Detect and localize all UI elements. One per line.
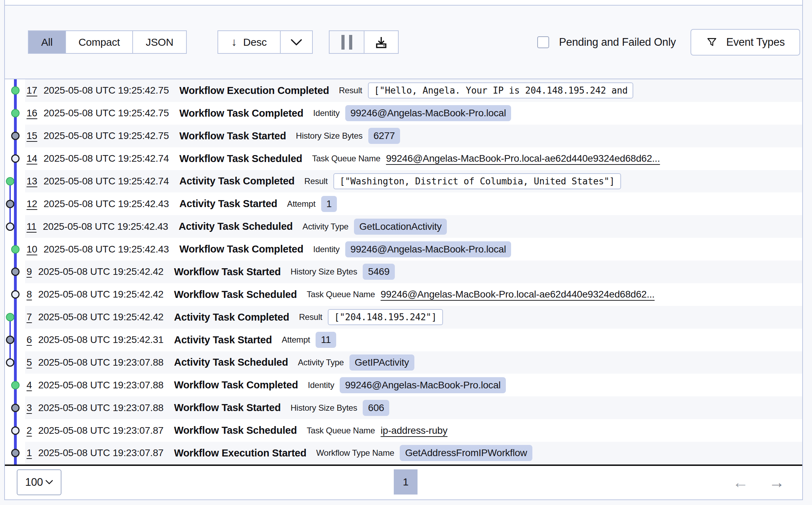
event-row[interactable]: 14 2025-05-08 UTC 19:25:42.74 Workflow T…: [5, 147, 802, 170]
event-type-name: Activity Task Scheduled: [174, 357, 288, 368]
event-status-dot: [11, 426, 20, 435]
event-task-queue-link[interactable]: 99246@Angelas-MacBook-Pro.local-ae62d440…: [386, 153, 660, 164]
event-row[interactable]: 2 2025-05-08 UTC 19:23:07.87 Workflow Ta…: [5, 419, 802, 442]
event-row-body: 14 2025-05-08 UTC 19:25:42.74 Workflow T…: [25, 147, 802, 170]
event-status-dot: [6, 358, 14, 367]
event-id-link[interactable]: 7: [27, 312, 32, 323]
event-timestamp: 2025-05-08 UTC 19:23:07.88: [38, 380, 163, 391]
event-result-codebox: ["Washington, District of Columbia, Unit…: [333, 173, 621, 189]
event-task-queue-link[interactable]: ip-address-ruby: [381, 425, 448, 436]
event-row[interactable]: 17 2025-05-08 UTC 19:25:42.75 Workflow E…: [5, 79, 802, 102]
event-type-name: Workflow Task Scheduled: [179, 153, 302, 164]
event-row[interactable]: 15 2025-05-08 UTC 19:25:42.75 Workflow T…: [5, 125, 802, 147]
event-attribute-badge: GetLocationActivity: [354, 219, 447, 235]
event-row[interactable]: 9 2025-05-08 UTC 19:25:42.42 Workflow Ta…: [5, 261, 802, 283]
event-row[interactable]: 11 2025-05-08 UTC 19:25:42.43 Activity T…: [5, 215, 802, 238]
sort-order-label: Desc: [243, 36, 267, 48]
event-row[interactable]: 13 2025-05-08 UTC 19:25:42.74 Activity T…: [5, 170, 802, 193]
event-row[interactable]: 3 2025-05-08 UTC 19:23:07.88 Workflow Ta…: [5, 396, 802, 419]
event-task-queue-link[interactable]: 99246@Angelas-MacBook-Pro.local-ae62d440…: [381, 289, 655, 300]
tab-all[interactable]: All: [29, 31, 65, 53]
event-row-body: 4 2025-05-08 UTC 19:23:07.88 Workflow Ta…: [25, 374, 802, 396]
event-type-name: Workflow Task Scheduled: [174, 289, 297, 300]
event-id-link[interactable]: 4: [27, 380, 32, 391]
tab-json[interactable]: JSON: [132, 31, 186, 53]
sort-order-button[interactable]: ↓ Desc: [218, 31, 280, 53]
event-id-link[interactable]: 1: [27, 447, 32, 459]
event-timestamp: 2025-05-08 UTC 19:25:42.74: [44, 153, 169, 164]
event-status-dot: [6, 222, 14, 231]
event-status-dot: [6, 200, 14, 208]
event-status-dot: [6, 177, 14, 185]
sort-order-dropdown-button[interactable]: [280, 31, 312, 53]
event-attribute-label: Task Queue Name: [312, 154, 381, 163]
event-attribute-label: Attempt: [282, 335, 310, 345]
event-id-link[interactable]: 15: [27, 130, 37, 141]
event-timestamp: 2025-05-08 UTC 19:23:07.87: [38, 447, 163, 459]
event-id-link[interactable]: 6: [27, 334, 32, 345]
event-id-link[interactable]: 16: [27, 108, 37, 119]
event-row-body: 3 2025-05-08 UTC 19:23:07.88 Workflow Ta…: [25, 396, 802, 419]
event-status-dot: [11, 449, 20, 457]
event-id-link[interactable]: 10: [27, 244, 37, 255]
arrow-down-icon: ↓: [231, 36, 237, 49]
event-row[interactable]: 10 2025-05-08 UTC 19:25:42.43 Workflow T…: [5, 238, 802, 261]
event-id-link[interactable]: 17: [27, 85, 37, 96]
event-type-name: Workflow Task Completed: [179, 243, 303, 255]
event-status-dot: [11, 132, 20, 140]
event-type-name: Activity Task Started: [179, 198, 278, 210]
event-attribute-label: Activity Type: [298, 358, 344, 367]
previous-page-arrow-icon[interactable]: ←: [732, 474, 748, 490]
event-status-dot: [11, 245, 20, 254]
event-history-toolbar: All Compact JSON ↓ Desc: [5, 5, 802, 79]
event-row[interactable]: 5 2025-05-08 UTC 19:23:07.88 Activity Ta…: [5, 351, 802, 374]
page-size-select[interactable]: 100: [17, 469, 61, 495]
event-row-body: 12 2025-05-08 UTC 19:25:42.43 Activity T…: [25, 192, 802, 215]
event-attribute-label: Task Queue Name: [307, 426, 375, 436]
event-row[interactable]: 7 2025-05-08 UTC 19:25:42.42 Activity Ta…: [5, 306, 802, 329]
event-attribute-label: History Size Bytes: [296, 131, 363, 141]
event-id-link[interactable]: 9: [27, 266, 32, 277]
event-type-name: Workflow Execution Started: [174, 447, 306, 459]
event-types-filter-button[interactable]: Event Types: [691, 29, 800, 56]
event-id-link[interactable]: 3: [27, 402, 32, 413]
event-id-link[interactable]: 12: [27, 198, 37, 210]
event-id-link[interactable]: 2: [27, 425, 32, 436]
event-timestamp: 2025-05-08 UTC 19:25:42.74: [44, 176, 169, 187]
pause-autorefresh-button[interactable]: [330, 31, 364, 53]
event-attribute-badge: GetIPActivity: [349, 354, 414, 371]
event-status-dot: [11, 154, 20, 163]
event-row[interactable]: 16 2025-05-08 UTC 19:25:42.75 Workflow T…: [5, 102, 802, 125]
event-type-name: Workflow Task Started: [179, 130, 286, 142]
event-row[interactable]: 6 2025-05-08 UTC 19:25:42.31 Activity Ta…: [5, 329, 802, 351]
event-id-link[interactable]: 5: [27, 357, 32, 368]
pending-failed-checkbox[interactable]: [537, 36, 549, 48]
download-history-button[interactable]: [364, 31, 398, 53]
event-row-body: 10 2025-05-08 UTC 19:25:42.43 Workflow T…: [25, 238, 802, 261]
event-attribute-label: Identity: [313, 244, 340, 254]
event-id-link[interactable]: 14: [27, 153, 37, 164]
event-row[interactable]: 1 2025-05-08 UTC 19:23:07.87 Workflow Ex…: [5, 442, 802, 464]
event-id-link[interactable]: 13: [27, 176, 37, 187]
event-attribute-label: Attempt: [287, 199, 315, 209]
event-attribute-badge: 99246@Angelas-MacBook-Pro.local: [340, 377, 506, 393]
event-attribute-label: Workflow Type Name: [316, 448, 394, 458]
event-row-body: 7 2025-05-08 UTC 19:25:42.42 Activity Ta…: [25, 306, 802, 329]
event-attribute-label: History Size Bytes: [290, 267, 357, 277]
next-page-arrow-icon[interactable]: →: [769, 474, 785, 490]
event-row[interactable]: 4 2025-05-08 UTC 19:23:07.88 Workflow Ta…: [5, 374, 802, 396]
event-id-link[interactable]: 11: [27, 221, 37, 232]
event-type-name: Workflow Task Completed: [174, 379, 298, 391]
event-row-body: 13 2025-05-08 UTC 19:25:42.74 Activity T…: [25, 170, 802, 193]
current-page-indicator[interactable]: 1: [394, 469, 418, 495]
pause-icon: [341, 35, 352, 50]
event-row[interactable]: 8 2025-05-08 UTC 19:25:42.42 Workflow Ta…: [5, 283, 802, 306]
event-row[interactable]: 12 2025-05-08 UTC 19:25:42.43 Activity T…: [5, 192, 802, 215]
tab-compact[interactable]: Compact: [65, 31, 133, 53]
event-attribute-badge: 5469: [363, 264, 395, 280]
pending-failed-label: Pending and Failed Only: [559, 36, 676, 49]
event-id-link[interactable]: 8: [27, 289, 32, 300]
event-timestamp: 2025-05-08 UTC 19:25:42.31: [38, 334, 163, 345]
event-row-body: 9 2025-05-08 UTC 19:25:42.42 Workflow Ta…: [25, 261, 802, 283]
event-status-dot: [11, 268, 20, 276]
